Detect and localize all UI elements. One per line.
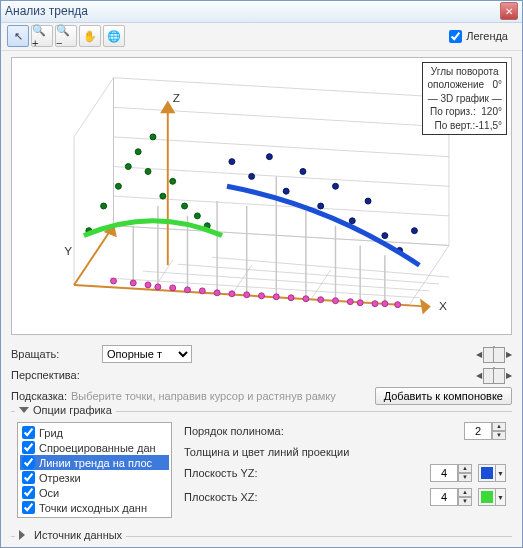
svg-marker-16 <box>421 300 429 312</box>
trend-xz <box>227 186 419 265</box>
perspective-slider[interactable] <box>493 367 495 383</box>
svg-text:Z: Z <box>173 91 180 105</box>
close-icon: ✕ <box>505 6 513 17</box>
svg-point-57 <box>115 183 121 189</box>
add-to-layout-button[interactable]: Добавить к компоновке <box>375 387 512 405</box>
graph-options-header[interactable]: Опции графика <box>15 404 116 416</box>
spin-up-icon[interactable]: ▲ <box>492 422 506 431</box>
color-swatch-icon <box>481 491 493 503</box>
svg-text:Y: Y <box>64 244 72 258</box>
zoom-out-icon: 🔍− <box>56 24 76 49</box>
svg-point-72 <box>318 203 324 209</box>
options-right-panel: Порядок полинома: ▲▼ Толщина и цвет лини… <box>184 422 506 518</box>
zoom-in-button[interactable]: 🔍+ <box>31 25 53 47</box>
svg-point-48 <box>318 297 324 303</box>
svg-point-51 <box>357 299 363 305</box>
svg-point-74 <box>349 218 355 224</box>
svg-point-64 <box>182 203 188 209</box>
svg-point-36 <box>145 282 151 288</box>
svg-point-47 <box>303 296 309 302</box>
svg-point-62 <box>160 193 166 199</box>
spin-up-icon[interactable]: ▲ <box>458 488 472 497</box>
svg-point-39 <box>185 287 191 293</box>
option-projected-data[interactable]: Спроецированные дан <box>20 440 169 455</box>
svg-point-46 <box>288 295 294 301</box>
svg-point-43 <box>244 292 250 298</box>
controls: Вращать: Опорные т ◀ ▶ Перспектива: ◀ ▶ … <box>1 341 522 530</box>
arrow-right-icon[interactable]: ▶ <box>506 371 512 380</box>
series-xz <box>229 153 417 253</box>
rotate-slider[interactable] <box>493 346 495 362</box>
hint-text: Выберите точки, направив курсор и растян… <box>71 390 375 402</box>
plane-xz-color-button[interactable]: ▼ <box>478 488 506 506</box>
window-title: Анализ тренда <box>5 4 500 18</box>
plane-yz-color-button[interactable]: ▼ <box>478 464 506 482</box>
svg-point-61 <box>150 134 156 140</box>
plane-xz-spinner[interactable]: ▲▼ <box>430 488 472 506</box>
data-source-header[interactable]: Источник данных <box>15 529 126 541</box>
svg-point-53 <box>382 300 388 306</box>
spin-down-icon[interactable]: ▼ <box>458 497 472 506</box>
arrow-right-icon[interactable]: ▶ <box>506 350 512 359</box>
plane-xz-label: Плоскость XZ: <box>184 491 424 503</box>
rotation-heading: Углы поворота <box>427 65 502 79</box>
trend-analysis-window: Анализ тренда ✕ ↖ 🔍+ 🔍− ✋ 🌐 Легенда <box>0 0 523 548</box>
graph-options-group: Опции графика Грид Спроецированные дан Л… <box>11 411 512 522</box>
close-button[interactable]: ✕ <box>500 2 518 20</box>
svg-point-76 <box>382 232 388 238</box>
svg-point-38 <box>170 285 176 291</box>
svg-point-40 <box>199 288 205 294</box>
option-source-points[interactable]: Точки исходных данн <box>20 500 169 515</box>
globe-tool-button[interactable]: 🌐 <box>103 25 125 47</box>
pan-tool-button[interactable]: ✋ <box>79 25 101 47</box>
rotate-label: Вращать: <box>11 348 96 360</box>
svg-point-69 <box>266 153 272 159</box>
legend-checkbox[interactable]: Легенда <box>449 30 508 43</box>
plane-yz-spinner[interactable]: ▲▼ <box>430 464 472 482</box>
svg-point-67 <box>229 158 235 164</box>
svg-point-35 <box>130 280 136 286</box>
chart-3d[interactable]: X Y Z <box>11 57 512 335</box>
legend-checkbox-input[interactable] <box>449 30 462 43</box>
svg-point-78 <box>411 227 417 233</box>
arrow-left-icon[interactable]: ◀ <box>476 371 482 380</box>
spin-down-icon[interactable]: ▼ <box>492 431 506 440</box>
svg-point-44 <box>259 293 265 299</box>
options-checklist[interactable]: Грид Спроецированные дан Линии тренда на… <box>17 422 172 518</box>
svg-point-73 <box>333 183 339 189</box>
svg-point-41 <box>214 290 220 296</box>
zoom-out-button[interactable]: 🔍− <box>55 25 77 47</box>
svg-point-63 <box>170 178 176 184</box>
pointer-tool-button[interactable]: ↖ <box>7 25 29 47</box>
spin-down-icon[interactable]: ▼ <box>458 473 472 482</box>
titlebar: Анализ тренда ✕ <box>1 1 522 23</box>
option-trend-lines[interactable]: Линии тренда на плос <box>20 455 169 470</box>
svg-line-17 <box>74 225 113 284</box>
svg-point-56 <box>101 203 107 209</box>
axes <box>74 102 429 312</box>
svg-point-65 <box>194 213 200 219</box>
chevron-down-icon: ▼ <box>495 489 505 505</box>
svg-point-37 <box>155 284 161 290</box>
svg-line-13 <box>114 137 449 157</box>
rotate-select[interactable]: Опорные т <box>102 345 192 363</box>
svg-line-12 <box>114 166 449 186</box>
svg-point-68 <box>249 173 255 179</box>
svg-point-49 <box>333 297 339 303</box>
chevron-right-icon <box>19 530 30 540</box>
option-grid[interactable]: Грид <box>20 425 169 440</box>
arrow-left-icon[interactable]: ◀ <box>476 350 482 359</box>
pointer-icon: ↖ <box>14 30 23 43</box>
svg-point-70 <box>283 188 289 194</box>
zoom-in-icon: 🔍+ <box>32 24 52 49</box>
data-source-group: Источник данных <box>11 536 512 543</box>
svg-point-42 <box>229 291 235 297</box>
svg-point-50 <box>347 298 353 304</box>
svg-point-58 <box>125 163 131 169</box>
option-axes[interactable]: Оси <box>20 485 169 500</box>
hint-label: Подсказка: <box>11 390 67 402</box>
svg-line-7 <box>232 265 252 295</box>
poly-order-spinner[interactable]: ▲▼ <box>464 422 506 440</box>
spin-up-icon[interactable]: ▲ <box>458 464 472 473</box>
option-segments[interactable]: Отрезки <box>20 470 169 485</box>
